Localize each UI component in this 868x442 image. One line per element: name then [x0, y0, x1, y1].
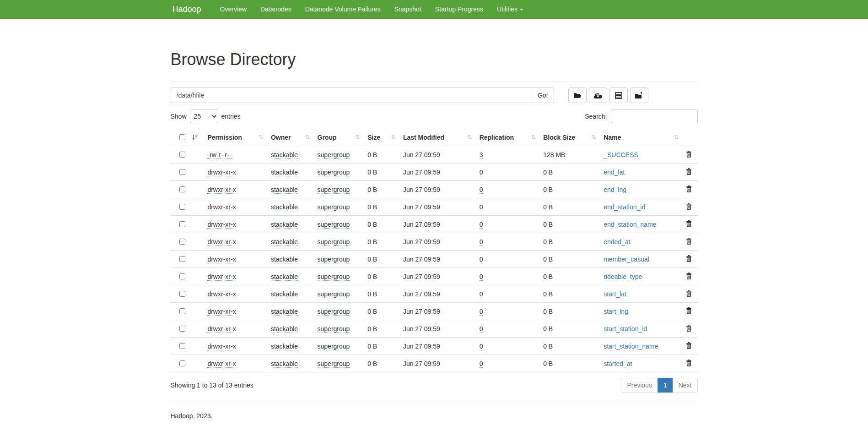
- row-checkbox[interactable]: [179, 256, 185, 262]
- row-checkbox[interactable]: [179, 204, 185, 210]
- upload-file-button[interactable]: [589, 87, 607, 103]
- owner-value[interactable]: stackable: [271, 238, 298, 246]
- file-link[interactable]: start_station_id: [604, 325, 647, 333]
- delete-button[interactable]: [686, 360, 692, 366]
- replication-value[interactable]: 0: [480, 221, 483, 229]
- open-folder-button[interactable]: [568, 87, 587, 103]
- owner-value[interactable]: stackable: [271, 360, 298, 368]
- replication-value[interactable]: 3: [480, 151, 483, 159]
- file-link[interactable]: _SUCCESS: [604, 151, 638, 158]
- page-length-select[interactable]: 25: [190, 109, 218, 123]
- brand-link[interactable]: Hadoop: [171, 5, 203, 14]
- replication-value[interactable]: 0: [480, 325, 483, 333]
- permission-value[interactable]: drwxr-xr-x: [207, 203, 236, 211]
- delete-button[interactable]: [686, 220, 692, 227]
- column-header-block-size[interactable]: Block Size⇅: [539, 129, 600, 146]
- permission-value[interactable]: drwxr-xr-x: [207, 290, 236, 298]
- file-link[interactable]: member_casual: [604, 256, 649, 263]
- group-value[interactable]: supergroup: [318, 290, 350, 298]
- owner-value[interactable]: stackable: [271, 256, 298, 263]
- file-link[interactable]: start_lat: [604, 290, 626, 298]
- directory-path-input[interactable]: [171, 87, 532, 103]
- delete-button[interactable]: [686, 238, 692, 245]
- nav-item-datanodes[interactable]: Datanodes: [253, 0, 298, 19]
- delete-button[interactable]: [686, 342, 692, 349]
- column-header-owner[interactable]: Owner⇅: [267, 129, 314, 146]
- row-checkbox[interactable]: [179, 239, 185, 245]
- row-checkbox[interactable]: [179, 169, 185, 175]
- nav-item-overview[interactable]: Overview: [213, 0, 253, 19]
- owner-value[interactable]: stackable: [271, 169, 298, 176]
- row-checkbox[interactable]: [179, 343, 185, 349]
- owner-value[interactable]: stackable: [271, 308, 298, 316]
- group-value[interactable]: supergroup: [318, 360, 350, 368]
- nav-item-startup-progress[interactable]: Startup Progress: [428, 0, 490, 19]
- group-value[interactable]: supergroup: [318, 343, 350, 350]
- column-header-name[interactable]: Name⇅: [600, 129, 682, 146]
- nav-item-snapshot[interactable]: Snapshot: [388, 0, 428, 19]
- replication-value[interactable]: 0: [480, 169, 483, 176]
- permission-value[interactable]: drwxr-xr-x: [207, 360, 236, 368]
- row-checkbox[interactable]: [179, 291, 185, 297]
- file-link[interactable]: end_station_id: [604, 203, 645, 211]
- previous-page-button[interactable]: Previous: [621, 378, 658, 393]
- owner-value[interactable]: stackable: [271, 325, 298, 333]
- file-link[interactable]: rideable_type: [604, 273, 642, 280]
- go-button[interactable]: Go!: [532, 87, 554, 103]
- permission-value[interactable]: drwxr-xr-x: [207, 238, 236, 246]
- file-link[interactable]: started_at: [604, 360, 632, 367]
- row-checkbox[interactable]: [179, 186, 185, 192]
- group-value[interactable]: supergroup: [318, 221, 350, 229]
- next-page-button[interactable]: Next: [673, 378, 698, 393]
- permission-value[interactable]: drwxr-xr-x: [207, 273, 236, 281]
- select-all-checkbox[interactable]: [179, 134, 185, 140]
- column-header-replication[interactable]: Replication⇅: [476, 129, 540, 146]
- row-checkbox[interactable]: [179, 152, 185, 158]
- group-value[interactable]: supergroup: [318, 186, 350, 194]
- replication-value[interactable]: 0: [480, 203, 483, 211]
- table-search-input[interactable]: [611, 109, 698, 123]
- delete-button[interactable]: [686, 186, 692, 192]
- permission-value[interactable]: drwxr-xr-x: [207, 256, 236, 263]
- nav-item-utilities[interactable]: Utilities: [490, 0, 530, 19]
- permission-value[interactable]: drwxr-xr-x: [207, 308, 236, 316]
- owner-value[interactable]: stackable: [271, 273, 298, 281]
- group-value[interactable]: supergroup: [318, 325, 350, 333]
- permission-value[interactable]: drwxr-xr-x: [207, 186, 236, 194]
- row-checkbox[interactable]: [179, 273, 185, 279]
- group-value[interactable]: supergroup: [318, 308, 350, 316]
- permission-value[interactable]: drwxr-xr-x: [207, 343, 236, 350]
- file-link[interactable]: start_station_name: [604, 343, 658, 350]
- owner-value[interactable]: stackable: [271, 290, 298, 298]
- owner-value[interactable]: stackable: [271, 186, 298, 194]
- file-link[interactable]: start_lng: [604, 308, 628, 315]
- delete-button[interactable]: [686, 255, 692, 262]
- column-header-last-modified[interactable]: Last Modified⇅: [399, 129, 476, 146]
- list-view-button[interactable]: [609, 87, 628, 103]
- file-link[interactable]: end_station_name: [604, 221, 656, 228]
- group-value[interactable]: supergroup: [318, 203, 350, 211]
- row-checkbox[interactable]: [179, 326, 185, 332]
- delete-button[interactable]: [686, 203, 692, 210]
- replication-value[interactable]: 0: [480, 256, 483, 263]
- row-checkbox[interactable]: [179, 221, 185, 227]
- permission-value[interactable]: -rw-r--r--: [207, 151, 231, 159]
- replication-value[interactable]: 0: [480, 273, 483, 281]
- delete-button[interactable]: [686, 151, 692, 158]
- file-link[interactable]: ended_at: [604, 238, 630, 246]
- column-header-size[interactable]: Size⇅: [364, 129, 399, 146]
- file-link[interactable]: end_lng: [604, 186, 626, 193]
- group-value[interactable]: supergroup: [318, 151, 350, 159]
- replication-value[interactable]: 0: [480, 238, 483, 246]
- owner-value[interactable]: stackable: [271, 343, 298, 350]
- file-link[interactable]: end_lat: [604, 169, 625, 176]
- permission-value[interactable]: drwxr-xr-x: [207, 221, 236, 229]
- group-value[interactable]: supergroup: [318, 169, 350, 176]
- replication-value[interactable]: 0: [480, 290, 483, 298]
- group-value[interactable]: supergroup: [318, 273, 350, 281]
- permission-value[interactable]: drwxr-xr-x: [207, 169, 236, 176]
- replication-value[interactable]: 0: [480, 360, 483, 368]
- row-checkbox[interactable]: [179, 308, 185, 314]
- owner-value[interactable]: stackable: [271, 203, 298, 211]
- row-checkbox[interactable]: [179, 360, 185, 366]
